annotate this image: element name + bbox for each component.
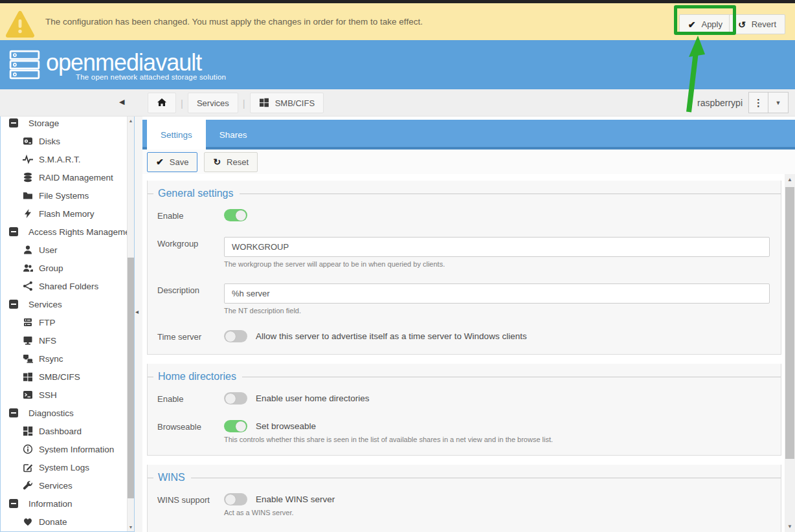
breadcrumb-item-smb-cifs[interactable]: SMB/CIFS: [250, 93, 324, 113]
apply-button[interactable]: ✔ Apply: [679, 14, 732, 34]
minus-square-icon: [8, 299, 19, 309]
sidebar-item-services[interactable]: Services: [1, 476, 134, 494]
toggle-wins-support[interactable]: [224, 493, 247, 505]
save-button[interactable]: ✔ Save: [147, 152, 197, 172]
sidebar-item-services[interactable]: Services: [1, 295, 134, 313]
sidebar-item-file-systems[interactable]: File Systems: [1, 186, 134, 205]
scroll-down-icon[interactable]: ▼: [128, 525, 134, 529]
fieldset-legend: General settings: [153, 187, 240, 200]
sidebar-item-label: Access Rights Management: [28, 227, 134, 237]
sidebar-item-donate[interactable]: Donate: [1, 513, 134, 531]
breadcrumb-item-services[interactable]: Services: [188, 93, 238, 113]
sidebar-item-label: Information: [28, 499, 73, 509]
grid-icon: [23, 426, 33, 436]
breadcrumb-home-button[interactable]: [148, 93, 176, 113]
sidebar-item-label: Flash Memory: [39, 209, 95, 219]
fieldset-home-directories: Home directoriesEnableEnable user home d…: [147, 364, 781, 456]
sidebar-item-label: System Logs: [39, 463, 89, 472]
bolt-icon: [23, 208, 33, 219]
notification-message: The configuration has been changed. You …: [45, 17, 423, 27]
logo-server-icon: [8, 49, 41, 83]
input-workgroup[interactable]: [224, 237, 770, 257]
field-help-text: The NT description field.: [224, 307, 770, 315]
sidebar-item-s-m-a-r-t[interactable]: S.M.A.R.T.: [1, 150, 134, 168]
revert-button[interactable]: ↺ Revert: [729, 14, 785, 34]
sidebar-scrollbar-thumb[interactable]: [128, 258, 134, 498]
terminal-icon: [23, 390, 33, 400]
windows-icon: [259, 97, 269, 109]
scroll-down-icon[interactable]: ▼: [785, 524, 795, 529]
sidebar-item-system-information[interactable]: System Information: [1, 440, 134, 458]
toggle-time-server[interactable]: [224, 330, 247, 342]
sidebar-item-flash-memory[interactable]: Flash Memory: [1, 205, 134, 223]
content-scrollbar[interactable]: ▲ ▼: [785, 174, 795, 532]
minus-square-icon: [8, 227, 19, 237]
sidebar-item-label: Diagnostics: [28, 408, 74, 418]
logo: openmediavault The open network attached…: [8, 49, 226, 83]
field-row-enable: Enable: [157, 209, 770, 221]
reset-button[interactable]: ↻ Reset: [204, 152, 258, 172]
field-help-text: This controls whether this share is seen…: [224, 436, 770, 443]
sidebar-item-user[interactable]: User: [1, 241, 134, 259]
field-help-text: Act as a WINS server.: [224, 509, 770, 516]
field-row-description: DescriptionThe NT description field.: [157, 283, 770, 315]
sidebar-scrollbar[interactable]: ▲ ▼: [127, 116, 134, 531]
sidebar-item-disks[interactable]: Disks: [1, 132, 134, 150]
sidebar-item-ftp[interactable]: FTP: [1, 313, 134, 331]
share-icon: [23, 281, 33, 291]
kebab-icon: ⋮: [754, 97, 763, 109]
field-label: Description: [157, 283, 224, 315]
sidebar-item-dashboard[interactable]: Dashboard: [1, 422, 134, 440]
sidebar-item-storage[interactable]: Storage: [1, 116, 134, 132]
sidebar-item-label: Shared Folders: [39, 282, 98, 291]
sidebar-item-rsync[interactable]: Rsync: [1, 349, 134, 368]
sidebar-item-raid-management[interactable]: RAID Management: [1, 168, 134, 186]
kebab-menu-button[interactable]: ⋮: [748, 92, 768, 113]
sidebar-item-label: Group: [39, 263, 63, 273]
sidebar-item-ssh[interactable]: SSH: [1, 386, 134, 404]
collapse-left-icon[interactable]: ◀: [119, 98, 124, 106]
heart-icon: [23, 516, 33, 527]
toggle-enable[interactable]: [224, 392, 247, 405]
app-header: openmediavault The open network attached…: [0, 40, 795, 89]
warning-icon: [5, 10, 35, 41]
database-icon: [23, 172, 33, 183]
monitor-icon: [23, 335, 33, 346]
notification-bar: The configuration has been changed. You …: [0, 3, 795, 40]
breadcrumb-item-label: SMB/CIFS: [275, 98, 315, 108]
sidebar-item-label: User: [39, 245, 58, 255]
rsync-icon: [23, 353, 33, 364]
user-menu-button[interactable]: ▼: [768, 92, 789, 113]
sidebar-item-nfs[interactable]: NFS: [1, 331, 134, 349]
sidebar-item-diagnostics[interactable]: Diagnostics: [1, 404, 134, 422]
toggle-text: Set browseable: [256, 421, 316, 431]
check-icon: ✔: [688, 20, 696, 29]
sidebar-item-group[interactable]: Group: [1, 259, 134, 277]
tab-shares[interactable]: Shares: [206, 120, 261, 150]
sidebar-splitter[interactable]: ◂: [135, 116, 142, 532]
sidebar-item-smb-cifs[interactable]: SMB/CIFS: [1, 368, 134, 386]
hostname-label: raspberrypi: [697, 98, 743, 108]
refresh-icon: ↻: [213, 157, 221, 166]
toggle-browseable[interactable]: [224, 420, 247, 432]
toggle-enable[interactable]: [224, 209, 247, 221]
scroll-up-icon[interactable]: ▲: [785, 177, 795, 183]
breadcrumb: |Services|SMB/CIFS: [148, 93, 324, 113]
content-scrollbar-thumb[interactable]: [785, 187, 794, 459]
toggle-knob: [236, 210, 246, 221]
check-icon: ✔: [156, 157, 164, 166]
tab-settings[interactable]: Settings: [147, 120, 206, 150]
tab-bar: SettingsShares: [142, 120, 795, 150]
input-description[interactable]: [224, 283, 770, 304]
scroll-up-icon[interactable]: ▲: [128, 118, 134, 123]
sidebar: StorageDisksS.M.A.R.T.RAID ManagementFil…: [0, 116, 135, 532]
sidebar-item-label: SMB/CIFS: [39, 372, 80, 382]
form-toolbar: ✔ Save ↻ Reset: [142, 150, 795, 174]
sidebar-item-information[interactable]: Information: [1, 494, 134, 513]
sidebar-item-label: FTP: [39, 318, 56, 327]
breadcrumb-separator: |: [243, 98, 245, 109]
sidebar-item-access-rights-management[interactable]: Access Rights Management: [1, 223, 134, 241]
sidebar-item-shared-folders[interactable]: Shared Folders: [1, 277, 134, 295]
sidebar-item-label: File Systems: [39, 191, 89, 201]
sidebar-item-system-logs[interactable]: System Logs: [1, 458, 134, 476]
